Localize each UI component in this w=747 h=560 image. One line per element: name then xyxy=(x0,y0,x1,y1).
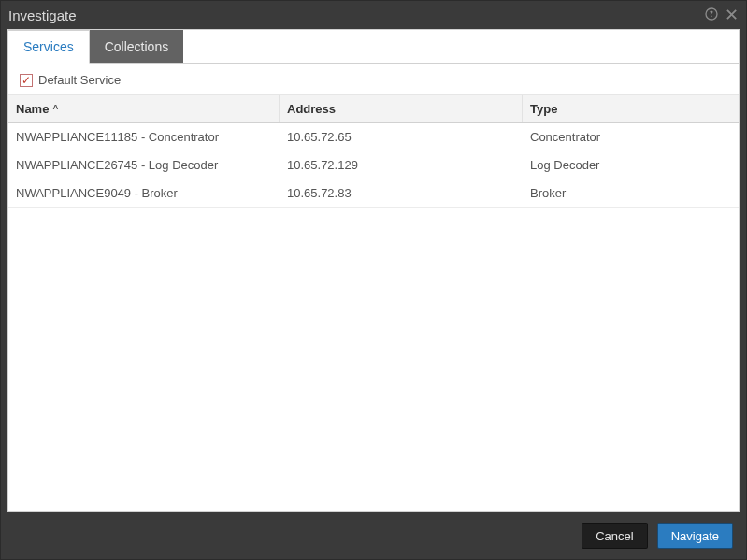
cancel-button[interactable]: Cancel xyxy=(582,523,647,549)
cell-type: Concentrator xyxy=(523,123,739,151)
titlebar: Investigate ✕ xyxy=(1,1,746,29)
navigate-button[interactable]: Navigate xyxy=(657,523,733,549)
titlebar-actions: ✕ xyxy=(704,7,739,24)
dialog-content: Services Collections ✓ Default Service N… xyxy=(7,29,740,512)
column-header-address[interactable]: Address xyxy=(280,95,523,122)
cancel-button-label: Cancel xyxy=(596,529,633,543)
navigate-button-label: Navigate xyxy=(671,529,719,543)
help-icon[interactable] xyxy=(704,7,719,24)
close-icon[interactable]: ✕ xyxy=(725,7,739,23)
table-body: NWAPPLIANCE11185 - Concentrator 10.65.72… xyxy=(8,123,739,511)
table-header: Name ^ Address Type xyxy=(8,95,739,123)
column-header-name[interactable]: Name ^ xyxy=(8,95,280,122)
default-service-checkbox[interactable]: ✓ xyxy=(20,74,33,87)
table-row[interactable]: NWAPPLIANCE26745 - Log Decoder 10.65.72.… xyxy=(8,151,739,179)
table-row[interactable]: NWAPPLIANCE11185 - Concentrator 10.65.72… xyxy=(8,123,739,151)
cell-address: 10.65.72.129 xyxy=(280,151,523,179)
tab-collections[interactable]: Collections xyxy=(90,30,183,63)
cell-address: 10.65.72.65 xyxy=(280,123,523,151)
tab-bar: Services Collections xyxy=(8,30,739,64)
dialog-title: Investigate xyxy=(8,7,77,23)
cell-type: Log Decoder xyxy=(523,151,739,179)
tab-services-label: Services xyxy=(23,39,74,54)
cell-name: NWAPPLIANCE26745 - Log Decoder xyxy=(8,151,280,179)
investigate-dialog: Investigate ✕ Services Collections ✓ Def… xyxy=(0,0,747,560)
column-header-address-label: Address xyxy=(287,102,336,116)
default-service-row: ✓ Default Service xyxy=(8,64,739,95)
cell-type: Broker xyxy=(523,179,739,207)
column-header-type[interactable]: Type xyxy=(523,95,739,122)
sort-asc-icon: ^ xyxy=(52,104,58,114)
column-header-name-label: Name xyxy=(16,102,49,116)
cell-name: NWAPPLIANCE11185 - Concentrator xyxy=(8,123,280,151)
cell-name: NWAPPLIANCE9049 - Broker xyxy=(8,179,280,207)
tab-services[interactable]: Services xyxy=(8,30,90,64)
column-header-type-label: Type xyxy=(530,102,557,116)
cell-address: 10.65.72.83 xyxy=(280,179,523,207)
tab-collections-label: Collections xyxy=(105,39,168,54)
table-row[interactable]: NWAPPLIANCE9049 - Broker 10.65.72.83 Bro… xyxy=(8,179,739,208)
default-service-label: Default Service xyxy=(38,73,121,87)
dialog-footer: Cancel Navigate xyxy=(1,512,746,559)
